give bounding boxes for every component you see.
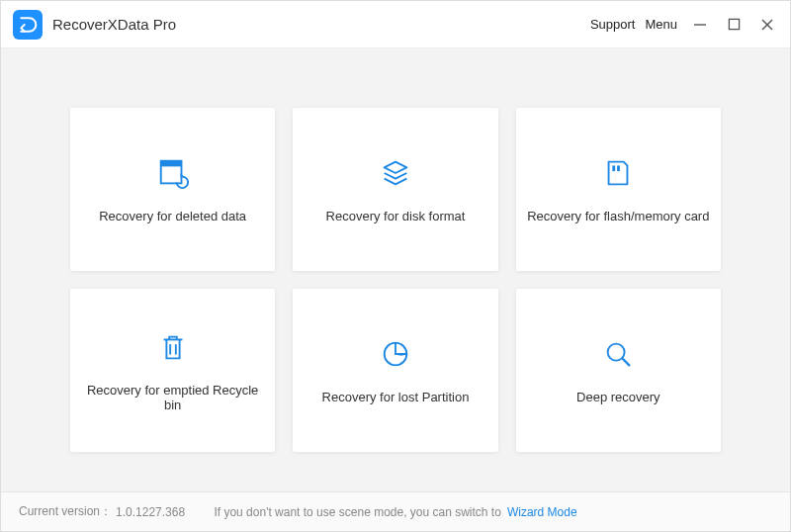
svg-rect-5	[160, 161, 181, 167]
maximize-button[interactable]	[725, 16, 743, 34]
titlebar: RecoverXData Pro Support Menu	[1, 1, 790, 48]
svg-rect-6	[613, 165, 616, 171]
card-label: Recovery for deleted data	[99, 209, 246, 223]
footer: Current version： 1.0.1227.368 If you don…	[1, 491, 790, 531]
recycle-bin-icon	[155, 329, 191, 365]
footer-center: If you don't want to use scene mode, you…	[214, 505, 576, 519]
card-flash-memory[interactable]: Recovery for flash/memory card	[516, 108, 721, 271]
menu-link[interactable]: Menu	[645, 17, 677, 32]
card-label: Deep recovery	[576, 390, 660, 404]
maximize-icon	[728, 18, 741, 31]
close-button[interactable]	[758, 16, 776, 34]
flash-memory-icon	[600, 155, 636, 191]
support-link[interactable]: Support	[590, 17, 636, 32]
close-icon	[760, 18, 774, 32]
content-area: Recovery for deleted data Recovery for d…	[1, 48, 790, 491]
app-title: RecoverXData Pro	[52, 16, 176, 33]
mode-hint: If you don't want to use scene mode, you…	[214, 505, 500, 519]
svg-line-12	[623, 359, 630, 366]
minimize-icon	[693, 18, 707, 32]
recovery-mode-grid: Recovery for deleted data Recovery for d…	[70, 108, 721, 452]
app-window: RecoverXData Pro Support Menu	[0, 0, 791, 532]
card-label: Recovery for emptied Recycle bin	[80, 383, 265, 412]
app-logo	[13, 10, 43, 40]
version-value: 1.0.1227.368	[116, 505, 185, 519]
minimize-button[interactable]	[691, 16, 709, 34]
window-controls	[691, 16, 776, 34]
disk-format-icon	[378, 155, 413, 191]
deep-recovery-icon	[600, 336, 636, 372]
card-disk-format[interactable]: Recovery for disk format	[293, 108, 497, 271]
titlebar-links: Support Menu	[590, 17, 677, 32]
lost-partition-icon	[378, 336, 413, 372]
card-deleted-data[interactable]: Recovery for deleted data	[70, 108, 275, 271]
logo-icon	[18, 15, 38, 35]
card-label: Recovery for lost Partition	[322, 390, 470, 404]
card-label: Recovery for flash/memory card	[527, 209, 709, 223]
deleted-data-icon	[155, 155, 191, 191]
card-label: Recovery for disk format	[326, 209, 466, 223]
wizard-mode-link[interactable]: Wizard Mode	[507, 505, 577, 519]
svg-rect-7	[617, 165, 620, 171]
card-deep-recovery[interactable]: Deep recovery	[516, 289, 721, 452]
version-label: Current version：	[19, 503, 112, 520]
svg-rect-1	[729, 19, 739, 29]
card-lost-partition[interactable]: Recovery for lost Partition	[293, 289, 497, 452]
card-recycle-bin[interactable]: Recovery for emptied Recycle bin	[70, 289, 275, 452]
